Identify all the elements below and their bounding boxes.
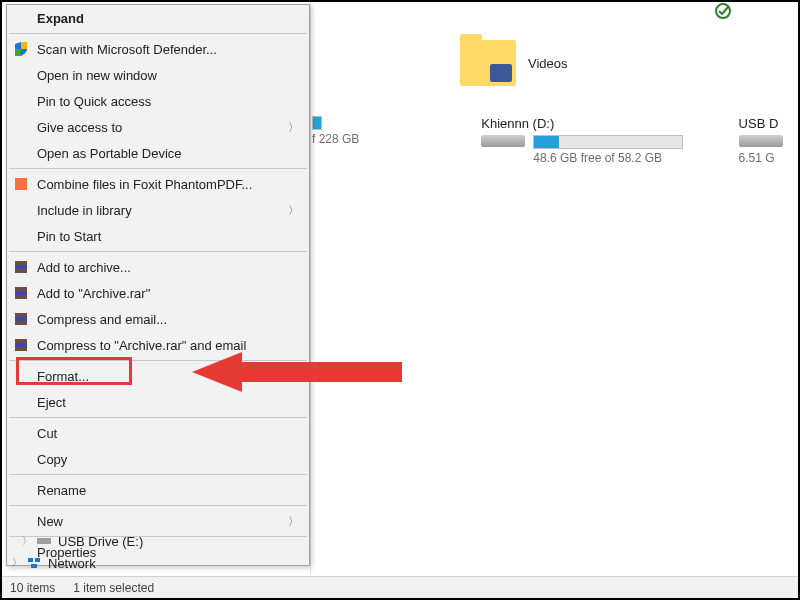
sidebar-label: USB Drive (E:) [58, 534, 143, 549]
rar-icon [13, 259, 29, 275]
chevron-right-icon: 〉 [288, 514, 299, 529]
svg-rect-5 [15, 265, 27, 269]
svg-rect-11 [15, 343, 27, 347]
menu-separator [9, 505, 307, 506]
chevron-right-icon: 〉 [288, 120, 299, 135]
menu-add-archive-rar[interactable]: Add to "Archive.rar" [7, 280, 309, 306]
chevron-right-icon: 〉 [22, 534, 30, 548]
menu-separator [9, 417, 307, 418]
drive-usb-partial[interactable]: USB D 6.51 G [729, 110, 798, 171]
folder-icon [460, 40, 516, 86]
usb-drive-icon [36, 534, 52, 548]
rar-icon [13, 311, 29, 327]
svg-rect-13 [37, 538, 51, 544]
svg-rect-7 [15, 291, 27, 295]
menu-cut[interactable]: Cut [7, 420, 309, 446]
check-badge-icon [714, 2, 738, 20]
shield-icon [13, 41, 29, 57]
drive-disk-icon [481, 135, 525, 147]
svg-rect-16 [31, 564, 37, 568]
menu-add-archive[interactable]: Add to archive... [7, 254, 309, 280]
svg-rect-9 [15, 317, 27, 321]
menu-expand[interactable]: Expand [7, 5, 309, 31]
svg-rect-14 [28, 558, 33, 562]
annotation-arrow [192, 352, 402, 392]
menu-include-library[interactable]: Include in library〉 [7, 197, 309, 223]
drive-disk-icon [739, 135, 783, 147]
menu-open-portable[interactable]: Open as Portable Device [7, 140, 309, 166]
menu-scan-defender[interactable]: Scan with Microsoft Defender... [7, 36, 309, 62]
drives-row: f 228 GB Khiennn (D:) 48.6 GB free of 58… [312, 110, 798, 171]
svg-marker-12 [192, 352, 402, 392]
menu-compress-email[interactable]: Compress and email... [7, 306, 309, 332]
menu-separator [9, 251, 307, 252]
drive-d[interactable]: Khiennn (D:) 48.6 GB free of 58.2 GB [471, 110, 718, 171]
pane-divider [310, 2, 311, 574]
folder-label: Videos [528, 56, 568, 71]
menu-pin-quick-access[interactable]: Pin to Quick access [7, 88, 309, 114]
svg-point-0 [716, 4, 730, 18]
rar-icon [13, 285, 29, 301]
context-menu: Expand Scan with Microsoft Defender... O… [6, 4, 310, 566]
rar-icon [13, 337, 29, 353]
svg-rect-3 [15, 178, 27, 190]
menu-separator [9, 474, 307, 475]
drive-d-name: Khiennn (D:) [481, 116, 708, 131]
sidebar-item-usb-drive[interactable]: 〉 USB Drive (E:) [8, 530, 143, 552]
chevron-right-icon: 〉 [288, 203, 299, 218]
menu-open-new-window[interactable]: Open in new window [7, 62, 309, 88]
status-bar: 10 items 1 item selected [2, 576, 798, 598]
drive-usb-free: 6.51 G [739, 151, 788, 165]
sidebar-item-network[interactable]: 〉 Network [8, 552, 143, 574]
menu-combine-foxit[interactable]: Combine files in Foxit PhantomPDF... [7, 171, 309, 197]
main-content: Videos f 228 GB Khiennn (D:) 48.6 GB fre… [312, 2, 798, 574]
folder-item-videos[interactable]: Videos [450, 36, 578, 90]
status-items: 10 items [10, 581, 55, 595]
sidebar-label: Network [48, 556, 96, 571]
menu-rename[interactable]: Rename [7, 477, 309, 503]
menu-copy[interactable]: Copy [7, 446, 309, 472]
drive-c-free: f 228 GB [312, 132, 371, 146]
drive-d-free: 48.6 GB free of 58.2 GB [533, 151, 683, 165]
drive-usb-name: USB D [739, 116, 788, 131]
network-icon [26, 556, 42, 570]
sidebar-remnant: 〉 USB Drive (E:) 〉 Network [8, 530, 143, 574]
menu-separator [9, 33, 307, 34]
status-selected: 1 item selected [73, 581, 154, 595]
menu-eject[interactable]: Eject [7, 389, 309, 415]
menu-give-access-to[interactable]: Give access to〉 [7, 114, 309, 140]
svg-rect-15 [35, 558, 40, 562]
svg-rect-1 [21, 42, 27, 49]
chevron-right-icon: 〉 [12, 556, 20, 570]
menu-separator [9, 168, 307, 169]
menu-pin-start[interactable]: Pin to Start [7, 223, 309, 249]
drive-c-partial[interactable]: f 228 GB [312, 110, 381, 171]
svg-rect-2 [15, 49, 21, 56]
pdf-icon [13, 176, 29, 192]
